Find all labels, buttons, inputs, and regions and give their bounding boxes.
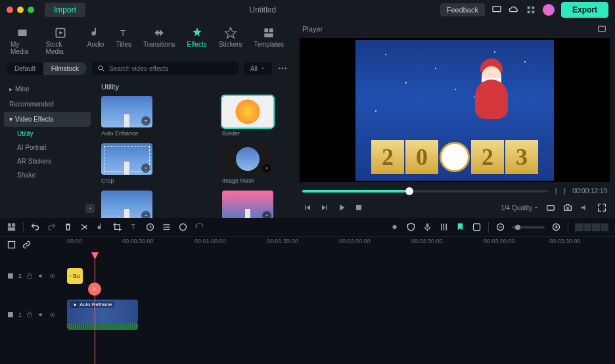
download-icon[interactable] xyxy=(141,116,150,125)
sidebar-item-recommended[interactable]: Recommended xyxy=(4,97,91,112)
playhead[interactable] xyxy=(95,252,95,364)
track-header-2[interactable]: 2 xyxy=(0,267,63,285)
seek-slider[interactable] xyxy=(302,190,548,193)
collapse-sidebar-button[interactable] xyxy=(85,204,95,213)
capture-icon[interactable] xyxy=(545,202,556,213)
camera-icon[interactable] xyxy=(562,202,573,213)
sidebar-item-mine[interactable]: ▸ Mine xyxy=(4,81,91,97)
undo-icon[interactable] xyxy=(30,222,40,232)
zoom-slider[interactable] xyxy=(512,226,545,229)
crop-tool-icon[interactable] xyxy=(112,222,122,232)
music-icon[interactable] xyxy=(96,222,106,232)
minimize-dot[interactable] xyxy=(17,7,24,13)
prev-frame-icon[interactable] xyxy=(302,202,313,213)
fullscreen-icon[interactable] xyxy=(597,202,607,213)
monitor-icon[interactable] xyxy=(491,5,502,15)
preview-viewport[interactable]: 2 0 2 3 xyxy=(300,38,610,182)
mixer-icon[interactable] xyxy=(439,222,449,232)
tab-templates[interactable]: Templates xyxy=(250,24,288,58)
cloud-icon[interactable] xyxy=(509,5,519,15)
grid-icon[interactable] xyxy=(526,5,536,15)
link-icon[interactable] xyxy=(22,240,32,250)
tab-transitions[interactable]: Transitions xyxy=(139,24,179,58)
avatar[interactable] xyxy=(543,4,555,16)
svg-rect-19 xyxy=(547,206,555,210)
tab-my-media[interactable]: My Media xyxy=(7,24,38,58)
track-header-1[interactable]: 1 xyxy=(0,300,63,330)
record-icon[interactable] xyxy=(390,222,399,232)
speed-icon[interactable] xyxy=(145,222,155,232)
more-icon[interactable] xyxy=(277,63,288,74)
thumb-item-6[interactable] xyxy=(222,191,273,218)
toggle-default[interactable]: Default xyxy=(7,62,43,75)
mark-in-button[interactable]: { xyxy=(555,187,557,194)
track-menu-icon[interactable] xyxy=(7,240,16,250)
download-icon[interactable] xyxy=(141,211,150,218)
download-icon[interactable] xyxy=(262,211,271,218)
visibility-icon[interactable] xyxy=(49,311,57,319)
time-ruler[interactable]: 00:00 00:00:30:00 00:01:00:00 00:01:30:0… xyxy=(63,237,615,252)
clip-video[interactable]: Auto Reframe xyxy=(67,300,138,323)
import-button[interactable]: Import xyxy=(45,3,85,17)
tab-stock-media[interactable]: Stock Media xyxy=(42,24,80,58)
thumb-image-mask[interactable] xyxy=(222,143,273,175)
view-mode-toggle[interactable] xyxy=(575,223,608,231)
search-input[interactable] xyxy=(109,65,233,72)
mute-icon[interactable] xyxy=(37,272,45,280)
layout-icon[interactable] xyxy=(7,222,16,232)
sidebar-sub-ai-portrait[interactable]: AI Portrait xyxy=(4,141,91,154)
download-icon[interactable] xyxy=(262,164,271,173)
quality-select[interactable]: 1/4 Quality xyxy=(501,204,539,212)
mark-out-button[interactable]: } xyxy=(564,187,566,194)
mute-icon[interactable] xyxy=(37,311,45,319)
thumb-crop[interactable] xyxy=(101,143,152,175)
color-icon[interactable] xyxy=(178,222,188,232)
zoom-in-icon[interactable] xyxy=(551,222,561,232)
clip-border[interactable]: Bo xyxy=(67,268,83,284)
volume-icon[interactable] xyxy=(580,202,590,213)
close-dot[interactable] xyxy=(7,7,13,13)
play-icon[interactable] xyxy=(336,202,347,213)
tab-audio[interactable]: Audio xyxy=(83,24,108,58)
lock-icon[interactable] xyxy=(26,272,34,280)
thumb-border[interactable] xyxy=(222,96,273,127)
sidebar-sub-utility[interactable]: Utility xyxy=(4,127,91,141)
rotate-icon[interactable] xyxy=(194,222,204,232)
sidebar-sub-shake[interactable]: Shake xyxy=(4,168,91,182)
marker-icon[interactable] xyxy=(455,222,465,232)
snapshot-icon[interactable] xyxy=(597,24,607,34)
feedback-button[interactable]: Feedback xyxy=(440,3,485,16)
tab-effects[interactable]: Effects xyxy=(183,24,210,58)
track-body-2[interactable]: Bo xyxy=(63,267,615,285)
audio-waveform[interactable] xyxy=(67,323,138,330)
text-icon[interactable]: T xyxy=(129,222,139,232)
redo-icon[interactable] xyxy=(47,222,57,232)
tab-titles[interactable]: TTitles xyxy=(112,24,135,58)
split-playhead-icon[interactable] xyxy=(88,283,101,296)
maximize-dot[interactable] xyxy=(28,7,34,13)
split-icon[interactable] xyxy=(80,222,89,232)
mic-icon[interactable] xyxy=(422,222,432,232)
track-body-1[interactable]: Auto Reframe xyxy=(63,300,615,330)
export-button[interactable]: Export xyxy=(561,2,608,18)
stop-icon[interactable] xyxy=(353,202,364,213)
tab-stickers[interactable]: Stickers xyxy=(215,24,246,58)
adjust-icon[interactable] xyxy=(162,222,171,232)
visibility-icon[interactable] xyxy=(49,272,57,280)
filter-dropdown[interactable]: All xyxy=(244,62,272,75)
zoom-out-icon[interactable] xyxy=(495,222,505,232)
download-icon[interactable] xyxy=(141,164,150,173)
thumb-auto-enhance[interactable] xyxy=(101,96,152,127)
thumb-item-5[interactable] xyxy=(101,191,152,218)
shield-icon[interactable] xyxy=(406,222,416,232)
lock-icon[interactable] xyxy=(26,311,34,319)
window-controls[interactable] xyxy=(7,7,34,13)
delete-icon[interactable] xyxy=(63,222,73,232)
next-frame-icon[interactable] xyxy=(319,202,330,213)
search-input-wrap[interactable] xyxy=(92,62,239,75)
sidebar-sub-ar-stickers[interactable]: AR Stickers xyxy=(4,154,91,168)
render-icon[interactable] xyxy=(472,222,482,232)
sidebar-item-video-effects[interactable]: ▾ Video Effects xyxy=(4,112,91,127)
source-toggle[interactable]: Default Filmstock xyxy=(7,62,87,75)
toggle-filmstock[interactable]: Filmstock xyxy=(43,62,87,75)
